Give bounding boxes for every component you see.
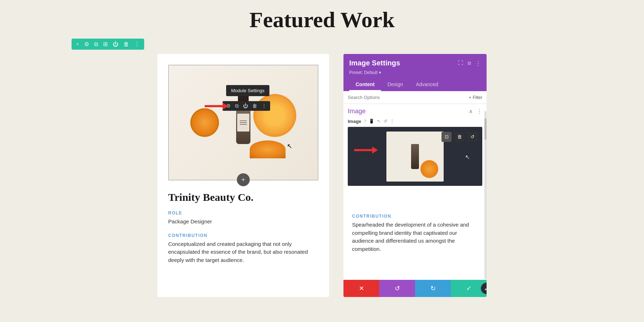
tab-design[interactable]: Design: [381, 79, 410, 91]
panel-title: Image Settings: [349, 59, 400, 67]
orange-half: [253, 94, 296, 137]
bottle-label: [237, 114, 249, 132]
panel-preset[interactable]: Preset: Default ▾: [349, 70, 481, 75]
arrow-indicator-left: [205, 103, 228, 110]
page-title: Featured Work: [72, 0, 572, 43]
panel-tabs: Content Design Advanced: [349, 79, 481, 91]
preview-bottle: [411, 144, 419, 169]
panel-image-trash-btn[interactable]: 🗑: [454, 132, 464, 142]
cards-container: Module Settings ⚙ ⧉ ⏻ 🗑 ⋮ ↖: [72, 43, 572, 297]
card-title: Trinity Beauty Co.: [168, 191, 318, 203]
mouse-cursor-panel: ↖: [465, 154, 470, 160]
panel-fullscreen-icon[interactable]: ⛶: [458, 60, 463, 66]
undo-button[interactable]: ↺: [379, 280, 415, 297]
module-copy-icon[interactable]: ⧉: [235, 103, 239, 109]
panel-scrollbar[interactable]: [484, 111, 487, 279]
panel-arrow-shaft: [354, 149, 372, 151]
panel-image-upload-btn[interactable]: ⊡: [441, 132, 452, 142]
help-icon[interactable]: ?: [364, 119, 366, 124]
panel-title-icons: ⛶ ⧈ ⋮: [458, 60, 481, 66]
orange-slice: [190, 108, 219, 137]
module-more-icon[interactable]: ⋮: [262, 103, 267, 109]
field-more-icon[interactable]: ⋮: [390, 119, 394, 124]
card-right: Image Settings ⛶ ⧈ ⋮ Preset: Default ▾ C…: [343, 54, 487, 297]
panel-title-row: Image Settings ⛶ ⧈ ⋮: [349, 59, 481, 67]
preview-orange: [420, 160, 438, 178]
role-value: Package Designer: [168, 218, 318, 226]
filter-plus-icon: +: [469, 95, 471, 100]
contribution-value-right: Spearheaded the development of a cohesiv…: [352, 221, 478, 253]
card-right-bottom: CONTRIBUTION Spearheaded the development…: [343, 207, 487, 267]
power-icon[interactable]: ⏻: [113, 41, 118, 48]
panel-more-icon[interactable]: ⋮: [475, 60, 481, 66]
module-settings-tooltip: Module Settings: [226, 85, 269, 96]
arrow-head: [223, 103, 228, 110]
label-line: [240, 124, 247, 125]
mobile-icon[interactable]: 📱: [369, 119, 374, 124]
copy-icon[interactable]: ⧉: [94, 41, 98, 48]
panel-columns-icon[interactable]: ⧈: [468, 60, 471, 66]
role-label: ROLE: [168, 210, 318, 216]
module-mini-toolbar[interactable]: ⚙ ⧉ ⏻ 🗑 ⋮: [223, 101, 270, 111]
orange-slice-bottom: [250, 140, 286, 158]
rotate-icon[interactable]: ↺: [384, 119, 387, 124]
product-scene: [169, 65, 318, 180]
add-item-button[interactable]: +: [237, 173, 250, 186]
card-image-wrapper: Module Settings ⚙ ⧉ ⏻ 🗑 ⋮ ↖: [168, 65, 318, 180]
panel-arrow-head: [372, 147, 378, 154]
search-options-input[interactable]: [348, 95, 466, 100]
cancel-button[interactable]: ✕: [343, 280, 379, 297]
panel-bottom-toolbar[interactable]: ✕ ↺ ↻ ✓: [343, 280, 487, 297]
section-more-icon[interactable]: ⋮: [477, 108, 482, 115]
tab-advanced[interactable]: Advanced: [409, 79, 444, 91]
module-trash-icon[interactable]: 🗑: [252, 103, 257, 109]
collapse-icon[interactable]: ∧: [469, 108, 473, 115]
panel-image-section: Image ∧ ⋮ Image ? 📱 ↖ ↺ ⋮: [343, 104, 487, 189]
image-field-label: Image: [348, 119, 361, 124]
add-icon[interactable]: +: [76, 41, 79, 48]
panel-search-row: + Filter: [343, 91, 487, 104]
tab-content[interactable]: Content: [349, 79, 381, 91]
delete-icon[interactable]: 🗑: [123, 41, 129, 48]
contribution-label-right: CONTRIBUTION: [352, 214, 478, 219]
page-wrapper: Featured Work + ⚙ ⧉ ⊞ ⏻ 🗑 ⋮ Module Setti…: [0, 0, 644, 322]
card-image: [169, 65, 318, 180]
label-line: [240, 120, 247, 121]
label-line: [240, 122, 247, 123]
image-preview: ⊡ 🗑 ↺ ↖: [348, 127, 482, 186]
card-left: Module Settings ⚙ ⧉ ⏻ 🗑 ⋮ ↖: [157, 54, 329, 297]
panel-body: + Filter Image ∧ ⋮ Image: [343, 91, 487, 189]
panel-image-rotate-btn[interactable]: ↺: [467, 132, 477, 142]
filter-button[interactable]: + Filter: [469, 95, 482, 100]
arrow-shaft: [205, 105, 223, 107]
panel-image-toolbar[interactable]: ⊡ 🗑 ↺: [441, 132, 477, 142]
section-title: Image: [348, 108, 366, 115]
settings-icon[interactable]: ⚙: [84, 41, 89, 48]
panel-section-header: Image ∧ ⋮: [348, 108, 482, 115]
preview-product-scene: [386, 132, 444, 182]
contribution-value-left: Conceptualized and created packaging tha…: [168, 240, 318, 264]
panel-header: Image Settings ⛶ ⧈ ⋮ Preset: Default ▾ C…: [343, 54, 487, 91]
module-power-icon[interactable]: ⏻: [243, 103, 248, 109]
image-label-row: Image ? 📱 ↖ ↺ ⋮: [348, 119, 482, 124]
layout-icon[interactable]: ⊞: [103, 41, 108, 48]
more-icon[interactable]: ⋮: [134, 41, 140, 48]
section-toolbar[interactable]: + ⚙ ⧉ ⊞ ⏻ 🗑 ⋮: [72, 39, 144, 50]
arrow-indicator-panel: [354, 147, 378, 154]
section-icons: ∧ ⋮: [469, 108, 482, 115]
contribution-label-left: CONTRIBUTION: [168, 233, 318, 238]
scrollbar-thumb[interactable]: [484, 118, 487, 140]
filter-label: Filter: [473, 95, 482, 100]
cursor-icon[interactable]: ↖: [377, 119, 381, 124]
redo-button[interactable]: ↻: [415, 280, 451, 297]
